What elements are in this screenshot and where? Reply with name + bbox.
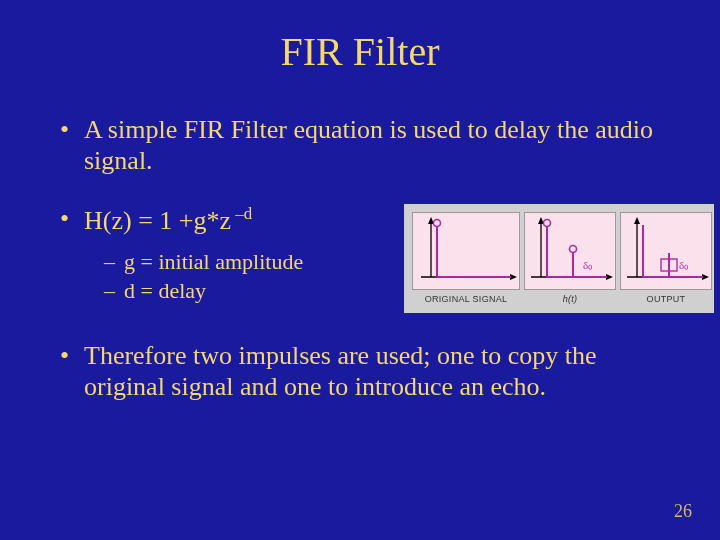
bullet-2: H(z) = 1 +g*z –d g = initial amplitude d… — [60, 204, 670, 313]
diagram-caption-ht: h(t) — [563, 294, 578, 305]
page-number: 26 — [674, 501, 692, 522]
svg-marker-17 — [634, 217, 640, 224]
svg-point-14 — [570, 246, 577, 253]
equation-text: H(z) = 1 +g*z — [84, 206, 231, 235]
svg-point-12 — [544, 220, 551, 227]
diagram-caption-output: OUTPUT — [647, 294, 686, 305]
delta-label-output: δ₀ — [679, 259, 688, 272]
diagram-panel-impulse-response: δ₀ h(t) — [524, 212, 616, 305]
bullet-1: A simple FIR Filter equation is used to … — [60, 115, 670, 176]
svg-marker-3 — [510, 274, 517, 280]
signal-diagram: ORIGINAL SIGNAL — [404, 204, 714, 313]
delta-label-ht: δ₀ — [583, 259, 592, 272]
diagram-panel-original: ORIGINAL SIGNAL — [412, 212, 520, 305]
diagram-caption-original: ORIGINAL SIGNAL — [425, 294, 508, 305]
sub-bullet-d: d = delay — [84, 276, 384, 306]
svg-marker-19 — [702, 274, 709, 280]
equation-superscript: –d — [231, 204, 252, 223]
slide-title: FIR Filter — [0, 0, 720, 95]
slide-content: A simple FIR Filter equation is used to … — [0, 95, 720, 402]
bullet-3: Therefore two impulses are used; one to … — [60, 341, 670, 402]
svg-marker-10 — [606, 274, 613, 280]
sub-bullet-g: g = initial amplitude — [84, 247, 384, 277]
svg-point-5 — [434, 220, 441, 227]
diagram-panel-output: δ₀ OUTPUT — [620, 212, 712, 305]
